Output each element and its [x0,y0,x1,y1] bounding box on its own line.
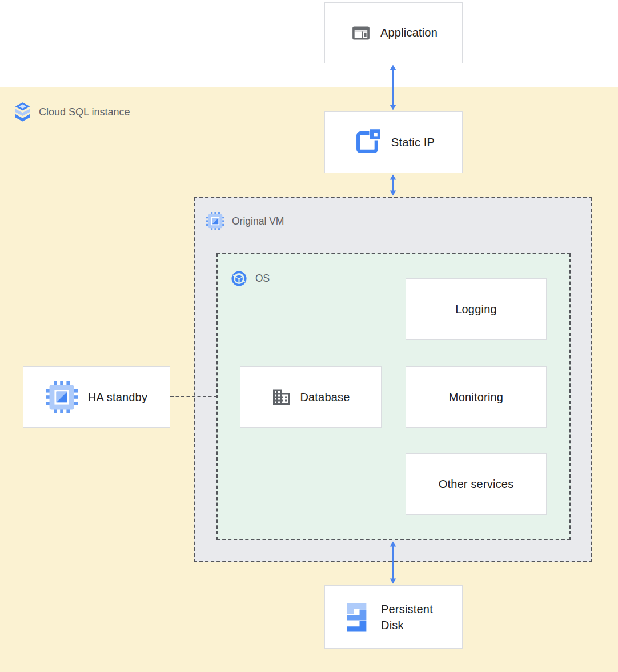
logging-node: Logging [406,278,547,340]
architecture-diagram: Cloud SQL instance Original VM O [0,0,618,672]
application-node: Application [324,2,463,63]
os-cube-icon [231,270,247,287]
logging-node-label: Logging [455,303,497,316]
os-label: OS [231,270,270,287]
arrow-static-ip-vm [389,174,397,196]
cloud-sql-label: Cloud SQL instance [14,101,130,123]
ha-standby-node-label: HA standby [88,391,147,404]
persistent-disk-icon [342,601,372,633]
compute-chip-icon [206,212,224,230]
other-services-node: Other services [406,453,547,515]
monitoring-node: Monitoring [406,366,547,428]
persistent-disk-node-label: Persistent Disk [381,601,445,633]
arrow-os-persistent-disk [389,541,397,584]
building-icon [271,387,292,407]
other-services-node-label: Other services [439,478,514,491]
original-vm-label-text: Original VM [232,215,284,227]
ha-standby-connector-line [170,396,217,397]
arrow-application-static-ip [389,65,397,110]
monitoring-node-label: Monitoring [449,391,503,404]
persistent-disk-node: Persistent Disk [324,585,463,649]
original-vm-label: Original VM [206,212,284,230]
cloud-sql-stack-icon [14,102,31,123]
app-window-icon [350,23,372,43]
database-node: Database [240,366,382,428]
database-node-label: Database [300,391,350,404]
ha-standby-node: HA standby [23,366,170,428]
static-ip-icon [352,127,382,157]
compute-chip-icon [46,381,78,413]
static-ip-node-label: Static IP [391,136,435,149]
os-label-text: OS [255,273,270,285]
cloud-sql-label-text: Cloud SQL instance [39,106,130,118]
static-ip-node: Static IP [324,111,463,173]
application-node-label: Application [380,26,438,39]
